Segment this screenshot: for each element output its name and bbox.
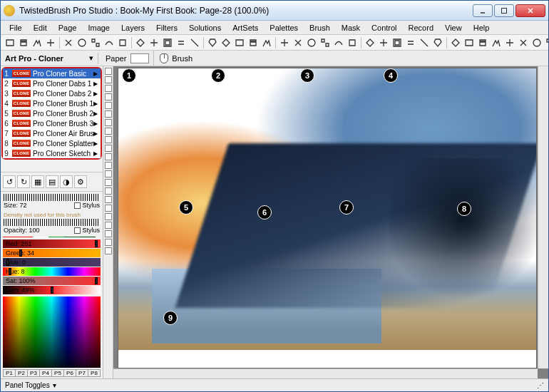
toolbar-button-10[interactable]: [148, 36, 160, 49]
vstrip-slot-18[interactable]: [105, 222, 112, 229]
menu-brush[interactable]: Brush: [304, 22, 336, 33]
history-icon[interactable]: ↺: [3, 175, 16, 188]
canvas[interactable]: [118, 68, 537, 368]
toolbar-button-36[interactable]: [517, 36, 530, 49]
menu-solutions[interactable]: Solutions: [183, 22, 227, 33]
brush-item-5[interactable]: 5CLONEPro Cloner Brush 2▶: [3, 108, 101, 118]
preset-p7[interactable]: P7: [76, 369, 88, 377]
toolbar-button-15[interactable]: [220, 36, 232, 49]
vstrip-slot-13[interactable]: [105, 179, 112, 186]
menu-page[interactable]: Page: [53, 22, 83, 33]
menu-help[interactable]: Help: [468, 22, 496, 33]
color-slider[interactable]: Blue: 0: [3, 258, 101, 267]
preset-p1[interactable]: P1: [3, 369, 15, 377]
vstrip-slot-11[interactable]: [105, 162, 112, 169]
brush-item-8[interactable]: 8CLONEPro Cloner Splatter▶: [3, 138, 101, 148]
color-slider[interactable]: Red: 251: [3, 239, 101, 248]
toolbar-button-11[interactable]: [161, 36, 174, 49]
color-swatch[interactable]: [48, 237, 64, 237]
vstrip-slot-1[interactable]: [105, 76, 112, 83]
palette-icon[interactable]: ◑: [60, 175, 73, 188]
preset-p8[interactable]: P8: [88, 369, 101, 377]
stylus-checkbox-2[interactable]: Stylus: [74, 227, 100, 234]
vstrip-slot-12[interactable]: [105, 170, 112, 177]
chevron-down-icon[interactable]: ▾: [53, 381, 56, 389]
opacity-ruler[interactable]: [4, 219, 100, 226]
color-swatch[interactable]: [64, 237, 80, 237]
toolbar-button-38[interactable]: [544, 36, 548, 49]
toolbar-button-4[interactable]: [62, 36, 75, 49]
toolbar-button-14[interactable]: [206, 36, 219, 49]
toolbar-button-18[interactable]: [260, 36, 273, 49]
toolbar-button-29[interactable]: [418, 36, 431, 49]
scrollbar-horizontal[interactable]: [113, 368, 538, 378]
toolbar-button-13[interactable]: [188, 36, 201, 49]
toolbar-button-17[interactable]: [247, 36, 260, 49]
menu-palettes[interactable]: Palettes: [264, 22, 304, 33]
toolbar-button-28[interactable]: [404, 36, 417, 49]
vstrip-slot-6[interactable]: [105, 119, 112, 126]
color-picker[interactable]: [3, 296, 101, 368]
toolbar-button-37[interactable]: [530, 36, 543, 49]
toolbar-button-31[interactable]: [449, 36, 462, 49]
toolbar-button-21[interactable]: [305, 36, 318, 49]
artset-dropdown[interactable]: ▾: [86, 53, 96, 63]
vstrip-slot-0[interactable]: [105, 68, 112, 75]
color-slider[interactable]: Hue: 8: [3, 267, 101, 276]
vstrip-slot-7[interactable]: [105, 128, 112, 135]
color-slider[interactable]: Sat: 100%: [3, 277, 101, 285]
settings-icon[interactable]: ⚙: [74, 175, 87, 188]
minimize-button[interactable]: [473, 4, 493, 17]
vstrip-slot-5[interactable]: [105, 110, 112, 118]
menu-image[interactable]: Image: [82, 22, 116, 33]
vstrip-slot-17[interactable]: [105, 213, 112, 220]
menu-artsets[interactable]: ArtSets: [227, 22, 264, 33]
menu-layers[interactable]: Layers: [116, 22, 150, 33]
menu-edit[interactable]: Edit: [28, 22, 53, 33]
brush-item-7[interactable]: 7CLONEPro Cloner Air Brush▶: [3, 128, 101, 138]
size-ruler[interactable]: [4, 194, 100, 201]
toolbar-button-32[interactable]: [463, 36, 476, 49]
scrollbar-vertical[interactable]: [538, 66, 548, 368]
brush-item-1[interactable]: 1CLONEPro Cloner Basic▶: [3, 68, 101, 78]
menu-record[interactable]: Record: [403, 22, 439, 33]
color-swatch-row[interactable]: [3, 237, 101, 237]
vstrip-slot-8[interactable]: [105, 136, 112, 143]
brush-item-2[interactable]: 2CLONEPro Cloner Dabs 1▶: [3, 78, 101, 88]
stylus-checkbox[interactable]: Stylus: [74, 202, 100, 209]
color-slider[interactable]: Green: 34: [3, 249, 101, 257]
toolbar-button-20[interactable]: [292, 36, 304, 49]
vstrip-slot-9[interactable]: [105, 145, 112, 152]
color-swatch[interactable]: [80, 237, 96, 237]
brush-item-3[interactable]: 3CLONEPro Cloner Dabs 2▶: [3, 88, 101, 98]
redo-icon[interactable]: ↻: [17, 175, 30, 188]
brush-item-6[interactable]: 6CLONEPro Cloner Brush 3▶: [3, 118, 101, 128]
vstrip-slot-16[interactable]: [105, 205, 112, 212]
toolbar-button-25[interactable]: [364, 36, 376, 49]
toolbar-button-34[interactable]: [490, 36, 503, 49]
brush-item-4[interactable]: 4CLONEPro Cloner Brush 1▶: [3, 98, 101, 108]
toolbar-button-33[interactable]: [476, 36, 489, 49]
toolbar-button-27[interactable]: [391, 36, 404, 49]
vstrip-slot-2[interactable]: [105, 85, 112, 92]
preset-p4[interactable]: P4: [39, 369, 51, 377]
color-slider[interactable]: Lum: 49%: [3, 286, 101, 294]
toolbar-button-7[interactable]: [103, 36, 116, 49]
toolbar-button-1[interactable]: [17, 36, 30, 49]
preset-p5[interactable]: P5: [51, 369, 63, 377]
toolbar-button-3[interactable]: [44, 36, 57, 49]
brush-mode-button[interactable]: Brush: [153, 51, 198, 66]
toolbar-button-5[interactable]: [76, 36, 88, 49]
vstrip-slot-14[interactable]: [105, 187, 112, 195]
toolbar-button-2[interactable]: [31, 36, 43, 49]
toolbar-button-16[interactable]: [233, 36, 246, 49]
vstrip-slot-3[interactable]: [105, 93, 112, 100]
vstrip-slot-21[interactable]: [105, 247, 112, 254]
vstrip-slot-4[interactable]: [105, 102, 112, 109]
toolbar-button-8[interactable]: [116, 36, 129, 49]
toolbar-button-23[interactable]: [332, 36, 345, 49]
menu-file[interactable]: File: [4, 22, 28, 33]
toolbar-button-24[interactable]: [346, 36, 359, 49]
toolbar-button-35[interactable]: [503, 36, 516, 49]
menu-control[interactable]: Control: [366, 22, 402, 33]
